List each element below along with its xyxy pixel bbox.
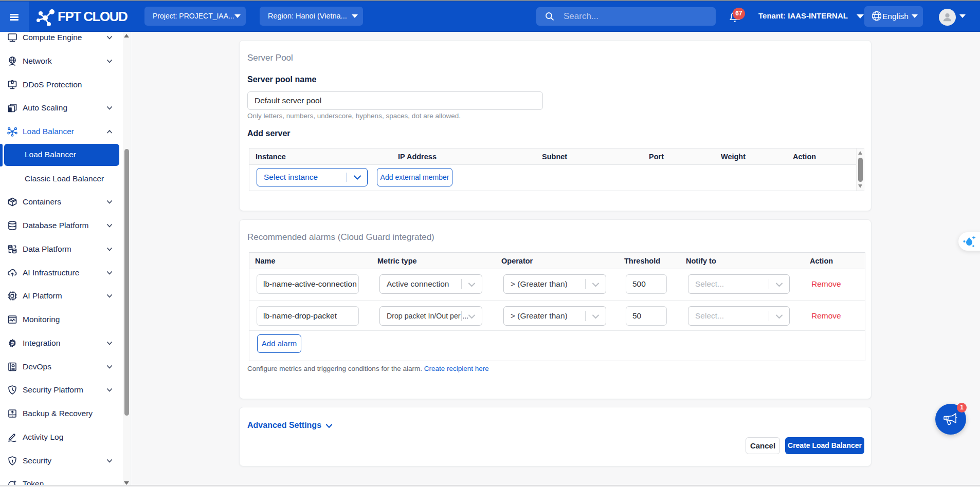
svg-text:API: API <box>11 342 14 345</box>
